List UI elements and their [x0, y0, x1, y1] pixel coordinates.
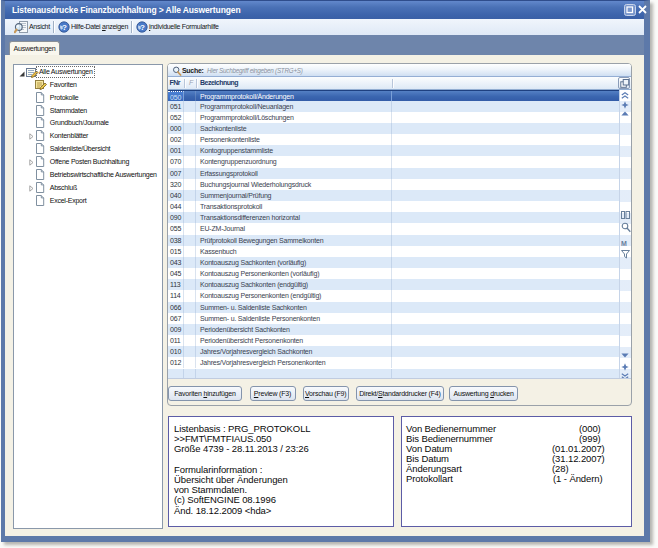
- svg-text:?: ?: [140, 23, 145, 32]
- svg-text:?: ?: [62, 23, 67, 32]
- svg-text:M: M: [621, 240, 627, 247]
